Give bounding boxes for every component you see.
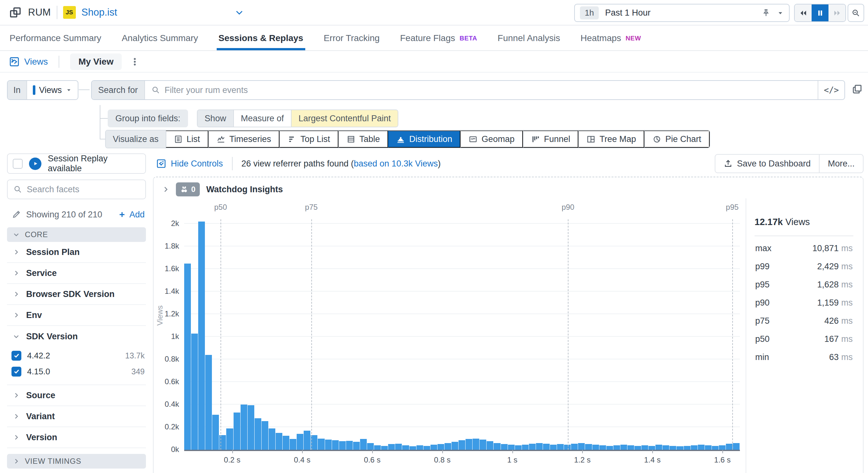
group-into-fields-chip[interactable]: Group into fields:: [108, 109, 188, 127]
visualize-option-tree-map[interactable]: Tree Map: [578, 131, 644, 148]
histogram-bar[interactable]: [677, 446, 683, 450]
search-input[interactable]: [165, 85, 811, 95]
histogram-bar[interactable]: [409, 446, 416, 450]
visualize-option-list[interactable]: List: [166, 131, 208, 148]
tab-sessions-replays[interactable]: Sessions & Replays: [219, 26, 303, 50]
facet-item-sdk-version[interactable]: SDK Version: [7, 326, 146, 347]
show-label[interactable]: Show: [197, 110, 234, 127]
histogram-bar[interactable]: [325, 440, 332, 450]
histogram-bar[interactable]: [578, 443, 585, 450]
time-range-chip[interactable]: 1h: [580, 6, 599, 20]
histogram-bar[interactable]: [466, 439, 472, 450]
histogram-bar[interactable]: [416, 445, 423, 450]
code-view-toggle[interactable]: </>: [818, 81, 844, 99]
histogram-bar[interactable]: [494, 443, 500, 450]
histogram-bar[interactable]: [599, 445, 606, 450]
measure-value-chip[interactable]: Largest Contentful Paint: [291, 110, 398, 127]
based-on-views-link[interactable]: based on 10.3k Views: [354, 159, 438, 168]
histogram-bar[interactable]: [662, 445, 669, 450]
session-replay-filter[interactable]: Session Replay available: [7, 154, 146, 174]
tab-funnel-analysis[interactable]: Funnel Analysis: [498, 26, 560, 50]
measure-of-label[interactable]: Measure of: [234, 110, 291, 127]
session-replay-checkbox[interactable]: [13, 159, 23, 169]
histogram-bar[interactable]: [290, 439, 296, 450]
facet-checkbox[interactable]: [11, 367, 21, 377]
pencil-icon[interactable]: [11, 210, 21, 219]
histogram-bar[interactable]: [255, 418, 261, 450]
histogram-bar[interactable]: [261, 421, 268, 450]
histogram-bar[interactable]: [627, 445, 634, 450]
facet-checkbox[interactable]: [11, 351, 21, 361]
fast-forward-button[interactable]: [829, 4, 845, 21]
histogram-bar[interactable]: [374, 445, 381, 450]
chevron-down-icon[interactable]: [235, 8, 244, 17]
histogram-bar[interactable]: [684, 446, 690, 450]
histogram-bar[interactable]: [226, 429, 233, 450]
core-section-header[interactable]: CORE: [7, 227, 146, 242]
tab-heatmaps[interactable]: HeatmapsNEW: [581, 26, 641, 50]
histogram-bar[interactable]: [276, 433, 282, 450]
visualize-option-table[interactable]: Table: [338, 131, 389, 148]
histogram-bar[interactable]: [248, 405, 254, 450]
visualize-option-geomap[interactable]: Geomap: [460, 131, 523, 148]
histogram-bar[interactable]: [508, 445, 515, 450]
histogram-bar[interactable]: [522, 445, 529, 450]
more-button[interactable]: More...: [819, 155, 863, 172]
histogram-bar[interactable]: [501, 444, 507, 450]
histogram-bar[interactable]: [346, 441, 353, 450]
histogram-bar[interactable]: [332, 440, 339, 450]
histogram-bar[interactable]: [191, 334, 198, 450]
histogram-bar[interactable]: [318, 439, 324, 450]
histogram-bar[interactable]: [479, 440, 486, 450]
histogram-bar[interactable]: [550, 445, 557, 450]
histogram-bar[interactable]: [543, 444, 550, 450]
histogram-bar[interactable]: [620, 445, 627, 450]
histogram-bar[interactable]: [367, 443, 374, 450]
histogram-bar[interactable]: [487, 441, 493, 450]
visualize-option-distribution[interactable]: Distribution: [388, 131, 460, 148]
kebab-menu-icon[interactable]: [130, 57, 140, 67]
histogram-bar[interactable]: [212, 415, 219, 450]
histogram-bar[interactable]: [726, 444, 733, 450]
application-selector[interactable]: Shop.ist: [82, 7, 117, 18]
histogram-bar[interactable]: [670, 446, 676, 450]
caret-down-icon[interactable]: [777, 9, 784, 16]
facet-search-input[interactable]: [27, 184, 140, 195]
current-view-chip[interactable]: My View: [70, 54, 122, 70]
histogram-bar[interactable]: [353, 442, 360, 450]
visualize-option-pie-chart[interactable]: Pie Chart: [644, 131, 710, 148]
histogram-bar[interactable]: [444, 443, 451, 450]
zoom-out-button[interactable]: [847, 4, 864, 22]
facet-item-env[interactable]: Env: [7, 305, 146, 326]
histogram-bar[interactable]: [459, 440, 465, 450]
histogram-bar[interactable]: [381, 446, 388, 450]
copy-icon[interactable]: [851, 83, 863, 95]
section-header-view-timings[interactable]: VIEW TIMINGS: [7, 454, 146, 469]
histogram-bar[interactable]: [698, 445, 705, 450]
pin-icon[interactable]: [762, 9, 771, 18]
histogram-bar[interactable]: [642, 445, 648, 450]
facet-item-version[interactable]: Version: [7, 427, 146, 448]
facet-item-browser-sdk-version[interactable]: Browser SDK Version: [7, 284, 146, 305]
facet-option-4-15-0[interactable]: 4.15.0349: [11, 364, 145, 379]
histogram-bar[interactable]: [536, 443, 542, 450]
histogram-bar[interactable]: [437, 444, 444, 450]
histogram-bar[interactable]: [198, 222, 205, 450]
histogram-bar[interactable]: [283, 436, 289, 450]
scope-dropdown[interactable]: Views: [27, 81, 78, 99]
rewind-button[interactable]: [795, 4, 812, 21]
histogram-bar[interactable]: [402, 445, 409, 450]
histogram-bar[interactable]: [571, 444, 578, 450]
histogram-bar[interactable]: [564, 445, 571, 450]
histogram-bar[interactable]: [529, 444, 536, 450]
histogram-bar[interactable]: [655, 445, 662, 450]
histogram-bar[interactable]: [557, 444, 564, 450]
histogram-bar[interactable]: [585, 444, 592, 450]
histogram-bar[interactable]: [424, 446, 430, 450]
histogram-bar[interactable]: [705, 445, 712, 450]
plot-area[interactable]: 2k1.8k1.6k1.4k1.2k1k0.8k0.6k0.4k0.2k0kp5…: [184, 215, 740, 451]
histogram-bar[interactable]: [472, 439, 479, 450]
tab-feature-flags[interactable]: Feature FlagsBETA: [400, 26, 477, 50]
add-facet-button[interactable]: Add: [118, 210, 145, 219]
histogram-bar[interactable]: [712, 446, 718, 450]
